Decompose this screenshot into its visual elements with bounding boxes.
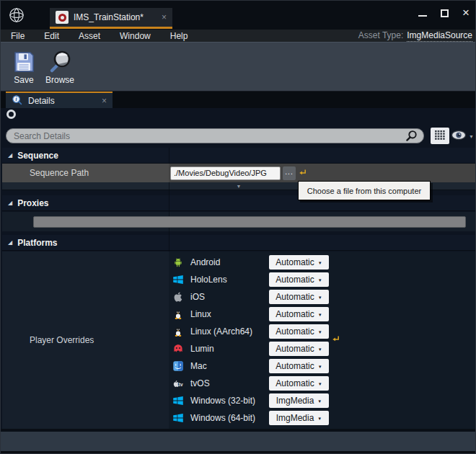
platforms-section-header[interactable]: ◢ Platforms bbox=[2, 235, 475, 251]
platform-label: HoloLens bbox=[190, 275, 227, 285]
search-details-input[interactable] bbox=[6, 128, 424, 143]
platform-row: Windows (32-bit) ImgMedia ▼ bbox=[169, 392, 475, 409]
platform-row: iOS Automatic ▼ bbox=[169, 288, 475, 306]
chevron-down-icon: ▼ bbox=[318, 261, 322, 265]
platform-row: tv tvOS Automatic ▼ bbox=[169, 375, 475, 392]
platform-row: Mac Automatic ▼ bbox=[169, 357, 475, 375]
player-dropdown[interactable]: Automatic ▼ bbox=[269, 376, 329, 391]
apple-icon bbox=[172, 291, 184, 303]
player-dropdown[interactable]: ImgMedia ▼ bbox=[269, 393, 329, 408]
sequence-section-header[interactable]: ◢ Sequence bbox=[2, 148, 475, 164]
platform-label: Windows (32-bit) bbox=[190, 396, 255, 406]
sequence-path-input[interactable] bbox=[170, 166, 281, 180]
sequence-path-label: Sequence Path bbox=[30, 168, 89, 178]
chevron-down-icon: ▼ bbox=[318, 365, 322, 369]
details-tab-close-icon[interactable]: × bbox=[102, 97, 107, 105]
menu-edit[interactable]: Edit bbox=[44, 31, 59, 41]
chevron-down-icon: ▼ bbox=[237, 184, 242, 189]
imgmediasource-asset-icon bbox=[56, 11, 69, 24]
platform-label: Linux bbox=[190, 309, 211, 319]
android-icon bbox=[172, 257, 184, 268]
asset-thumbnail-ring-icon bbox=[6, 110, 16, 119]
player-dropdown-value: ImgMedia bbox=[276, 413, 314, 423]
search-icon bbox=[405, 130, 418, 145]
player-dropdown-value: Automatic bbox=[276, 378, 314, 388]
tvos-icon: tv bbox=[172, 378, 184, 389]
platform-rows: Android Automatic ▼ HoloLens Automatic ▼… bbox=[169, 252, 475, 429]
proxies-empty-bar[interactable] bbox=[33, 216, 466, 228]
property-matrix-button[interactable] bbox=[431, 128, 449, 144]
menu-window[interactable]: Window bbox=[120, 31, 151, 41]
platform-label: Lumin bbox=[190, 344, 214, 354]
sequence-path-row-label: Sequence Path bbox=[2, 164, 169, 182]
menu-help[interactable]: Help bbox=[170, 31, 188, 41]
player-dropdown-value: Automatic bbox=[276, 309, 314, 319]
mac-icon bbox=[172, 360, 184, 372]
minimize-button[interactable] bbox=[418, 15, 427, 17]
player-dropdown-value: ImgMedia bbox=[276, 396, 314, 406]
player-overrides-label: Player Overrides bbox=[30, 335, 94, 345]
player-dropdown[interactable]: Automatic ▼ bbox=[269, 324, 329, 339]
player-dropdown[interactable]: ImgMedia ▼ bbox=[269, 411, 329, 425]
player-dropdown-value: Automatic bbox=[276, 326, 314, 337]
reset-to-default-icon[interactable] bbox=[298, 166, 307, 179]
details-tab[interactable]: i Details × bbox=[6, 92, 113, 108]
sequence-path-row-value: ... bbox=[169, 164, 475, 182]
lumin-icon bbox=[172, 343, 184, 355]
asset-type: Asset Type: ImgMediaSource bbox=[358, 30, 472, 42]
browse-button[interactable]: Browse bbox=[43, 47, 77, 89]
menu-bar: File Edit Asset Window Help Asset Type: … bbox=[1, 30, 476, 42]
proxies-section-title: Proxies bbox=[17, 198, 48, 208]
player-dropdown-value: Automatic bbox=[276, 257, 314, 267]
player-dropdown[interactable]: Automatic ▼ bbox=[269, 359, 329, 373]
bottom-bar bbox=[1, 432, 476, 451]
menu-file[interactable]: File bbox=[11, 31, 25, 41]
player-dropdown[interactable]: Automatic ▼ bbox=[269, 290, 329, 304]
view-options-dropdown[interactable]: ▼ bbox=[451, 130, 474, 143]
player-dropdown-value: Automatic bbox=[276, 292, 314, 302]
browse-magnifier-icon bbox=[47, 47, 73, 74]
player-dropdown[interactable]: Automatic ▼ bbox=[269, 307, 329, 321]
expanded-arrow-icon: ◢ bbox=[8, 200, 12, 206]
tooltip: Choose a file from this computer bbox=[298, 181, 431, 200]
imgmediasource-editor-window: IMS_TrainStation* × × File Edit Asset Wi… bbox=[0, 0, 476, 454]
browse-button-label: Browse bbox=[45, 75, 74, 85]
platform-row: Linux (AArch64) Automatic ▼ bbox=[169, 323, 475, 340]
player-dropdown[interactable]: Automatic ▼ bbox=[269, 272, 329, 287]
details-info-icon: i bbox=[12, 94, 22, 107]
platform-label: Mac bbox=[190, 361, 207, 371]
player-dropdown[interactable]: Automatic ▼ bbox=[269, 342, 329, 356]
chevron-down-icon: ▼ bbox=[469, 134, 474, 139]
chevron-down-icon: ▼ bbox=[317, 399, 322, 404]
asset-editor-tab[interactable]: IMS_TrainStation* × bbox=[50, 8, 172, 29]
menu-asset[interactable]: Asset bbox=[79, 31, 100, 41]
chevron-down-icon: ▼ bbox=[318, 313, 322, 317]
window-close-button[interactable]: × bbox=[462, 8, 470, 18]
svg-text:tv: tv bbox=[179, 382, 183, 387]
asset-tab-label: IMS_TrainStation* bbox=[74, 12, 144, 22]
player-dropdown-value: Automatic bbox=[276, 344, 314, 354]
platform-label: Windows (64-bit) bbox=[190, 413, 255, 423]
bottom-edge bbox=[1, 451, 476, 454]
player-dropdown[interactable]: Automatic ▼ bbox=[269, 255, 329, 270]
windows-icon bbox=[172, 395, 184, 406]
panel-tab-strip: i Details × bbox=[1, 92, 476, 108]
chevron-down-icon: ▼ bbox=[317, 417, 322, 421]
asset-type-link[interactable]: ImgMediaSource bbox=[407, 30, 472, 42]
tab-close-icon[interactable]: × bbox=[162, 13, 167, 22]
platform-row: Lumin Automatic ▼ bbox=[169, 340, 475, 357]
file-picker-button[interactable]: ... bbox=[283, 166, 296, 180]
player-dropdown-value: Automatic bbox=[276, 275, 314, 285]
maximize-button[interactable] bbox=[441, 9, 449, 17]
platform-row: Windows (64-bit) ImgMedia ▼ bbox=[169, 409, 475, 427]
save-floppy-icon bbox=[12, 47, 36, 74]
tooltip-text: Choose a file from this computer bbox=[307, 187, 421, 195]
platform-label: Linux (AArch64) bbox=[190, 326, 252, 337]
expanded-arrow-icon: ◢ bbox=[8, 239, 12, 246]
save-button[interactable]: Save bbox=[6, 47, 41, 89]
reset-to-default-icon[interactable] bbox=[331, 333, 340, 346]
sequence-section-title: Sequence bbox=[17, 151, 58, 161]
title-bar: IMS_TrainStation* × × bbox=[1, 1, 476, 30]
linux-icon bbox=[172, 326, 184, 337]
player-dropdown-value: Automatic bbox=[276, 361, 314, 371]
